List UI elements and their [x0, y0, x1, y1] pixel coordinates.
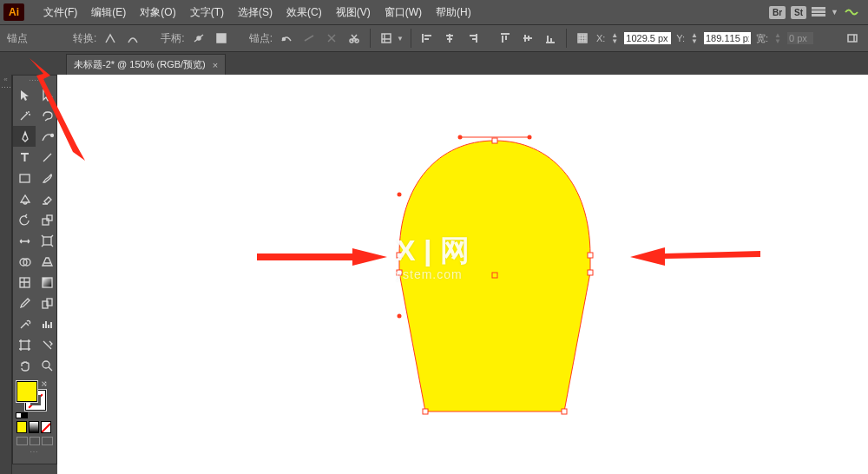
screen-mode-icon[interactable]: ⋯ [16, 447, 53, 457]
anchor-left-mid[interactable] [397, 253, 402, 258]
tool-width[interactable] [13, 230, 36, 251]
tool-pen[interactable] [13, 126, 36, 147]
tool-direct-selection[interactable] [36, 84, 58, 105]
anchor-right-mid[interactable] [588, 253, 593, 258]
remove-anchor-icon[interactable] [278, 30, 295, 47]
draw-behind-icon[interactable] [30, 437, 41, 445]
tool-artboard[interactable] [13, 334, 36, 355]
draw-normal-icon[interactable] [16, 437, 28, 445]
anchor-top[interactable] [492, 138, 497, 143]
tab-close-icon[interactable]: × [213, 60, 218, 70]
menu-edit[interactable]: 编辑(E) [84, 5, 133, 20]
tool-symbol-sprayer[interactable] [13, 313, 36, 334]
toolbox-grip[interactable] [13, 76, 56, 84]
tool-free-transform[interactable] [36, 230, 58, 251]
control-bar: 锚点 转换: 手柄: 锚点: ▼ X: ▲▼ Y: ▲▼ 宽: ▲▼ [0, 24, 868, 52]
swap-fill-stroke-icon[interactable]: ⤭ [41, 379, 48, 388]
anchor-left-low[interactable] [397, 270, 402, 275]
handles-label: 手柄: [161, 31, 184, 46]
left-panel-well[interactable]: « [0, 75, 12, 474]
menu-select[interactable]: 选择(S) [231, 5, 279, 20]
default-fill-stroke-icon[interactable] [16, 412, 28, 418]
stock-badge[interactable]: St [791, 6, 806, 19]
convert-smooth-icon[interactable] [124, 30, 141, 47]
tool-selection[interactable] [13, 84, 36, 105]
tool-shaper[interactable] [13, 188, 36, 209]
align-hcenter-icon[interactable] [441, 30, 458, 47]
align-top-icon[interactable] [496, 30, 514, 47]
add-anchor-icon [300, 30, 318, 47]
tool-scale[interactable] [36, 209, 58, 230]
svg-rect-28 [21, 341, 29, 349]
tool-rectangle[interactable] [13, 168, 36, 188]
align-right-icon[interactable] [464, 30, 481, 47]
menu-effect[interactable]: 效果(C) [279, 5, 329, 20]
tool-blend[interactable] [36, 293, 58, 313]
canvas[interactable]: X | 网 ystem.com [57, 75, 868, 474]
hide-handles-icon[interactable] [213, 30, 230, 47]
toolbox: ⤭ ⋯ [12, 75, 57, 464]
anchor-right-low[interactable] [588, 270, 593, 275]
tool-magic-wand[interactable] [13, 105, 36, 126]
tool-brush[interactable] [36, 168, 58, 188]
cut-path-icon[interactable] [345, 30, 363, 47]
menu-object[interactable]: 对象(O) [133, 5, 182, 20]
annotation-arrow-left [257, 248, 387, 269]
svg-point-2 [283, 38, 286, 41]
menu-type[interactable]: 文字(T) [183, 5, 231, 20]
anchor-bottom-left[interactable] [423, 409, 428, 414]
svg-marker-37 [630, 247, 760, 266]
dropdown-icon[interactable]: ▼ [831, 8, 838, 16]
svg-point-29 [43, 361, 49, 368]
panel-indicator-icon[interactable] [844, 30, 861, 47]
fill-stroke-swatch[interactable]: ⤭ [16, 381, 46, 411]
svg-point-10 [579, 37, 581, 39]
tool-gradient[interactable] [36, 272, 58, 293]
tool-curvature[interactable] [36, 126, 58, 147]
document-tab[interactable]: 未标题-2* @ 150% (RGB/预览) × [66, 54, 226, 75]
tool-shape-builder[interactable] [13, 251, 36, 272]
y-input[interactable] [704, 32, 751, 44]
svg-point-8 [582, 35, 583, 36]
gpu-icon[interactable] [844, 6, 859, 18]
draw-inside-icon[interactable] [42, 437, 53, 445]
fill-swatch[interactable] [16, 381, 37, 402]
tool-column-graph[interactable] [36, 313, 58, 334]
align-bottom-icon[interactable] [542, 30, 559, 47]
show-handles-icon[interactable] [190, 30, 207, 47]
tool-hand[interactable] [13, 355, 36, 376]
anchor-bottom-right[interactable] [562, 409, 567, 414]
align-left-icon[interactable] [418, 30, 436, 47]
tool-eyedropper[interactable] [13, 293, 36, 313]
tool-slice[interactable] [36, 334, 58, 355]
tool-rotate[interactable] [13, 209, 36, 230]
menu-window[interactable]: 窗口(W) [378, 5, 429, 20]
svg-rect-1 [217, 34, 226, 43]
svg-point-9 [584, 35, 586, 36]
menu-view[interactable]: 视图(V) [329, 5, 378, 20]
color-mode-icon[interactable] [16, 421, 27, 433]
tool-zoom[interactable] [36, 355, 58, 376]
svg-point-33 [398, 193, 402, 197]
tool-line[interactable] [36, 147, 58, 168]
w-label: 宽: [756, 32, 768, 45]
x-input[interactable] [624, 32, 671, 44]
tool-lasso[interactable] [36, 105, 58, 126]
w-input [787, 32, 813, 44]
tool-type[interactable] [13, 147, 36, 168]
gradient-mode-icon[interactable] [29, 421, 39, 433]
bridge-badge[interactable]: Br [769, 6, 786, 19]
convert-corner-icon[interactable] [102, 30, 119, 47]
shape-path[interactable] [399, 141, 590, 411]
align-vcenter-icon[interactable] [519, 30, 536, 47]
tool-eraser[interactable] [36, 188, 58, 209]
reference-point-icon[interactable] [574, 30, 591, 47]
tool-perspective[interactable] [36, 251, 58, 272]
none-mode-icon[interactable] [41, 421, 51, 433]
menu-help[interactable]: 帮助(H) [429, 5, 478, 20]
arrange-documents-icon[interactable] [812, 6, 825, 18]
isolate-icon[interactable] [378, 30, 395, 47]
tool-mesh[interactable] [13, 272, 36, 293]
menu-file[interactable]: 文件(F) [36, 5, 84, 20]
artwork-shape[interactable] [391, 134, 599, 424]
